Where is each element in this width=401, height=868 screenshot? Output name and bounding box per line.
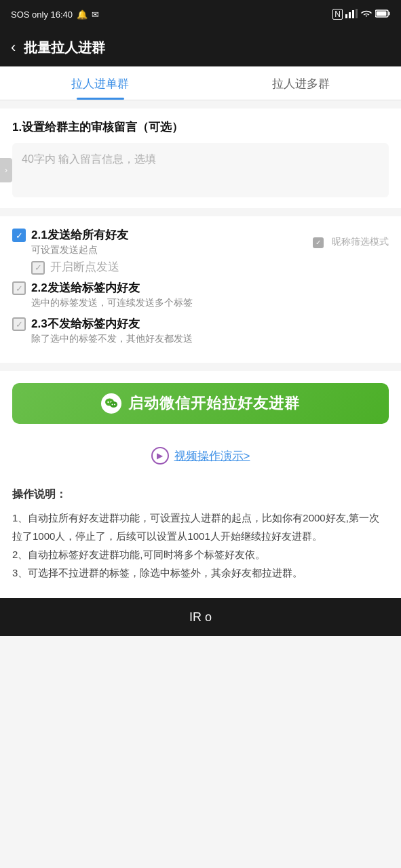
option-2-2-label: 2.2发送给标签内好友 [31, 280, 389, 296]
nfc-icon: N [332, 9, 343, 20]
instructions-section: 操作说明： 1、自动拉所有好友进群功能，可设置拉人进群的起点，比如你有2000好… [0, 475, 401, 598]
page-title: 批量拉人进群 [24, 39, 105, 57]
option-2-3-sublabel: 除了选中的标签不发，其他好友都发送 [31, 333, 389, 345]
bottom-bar: IR o [0, 598, 401, 636]
option-2-2-labels: 2.2发送给标签内好友 选中的标签发送，可连续发送多个标签 [31, 280, 389, 309]
svg-rect-5 [389, 12, 390, 15]
nav-bar: ‹ 批量拉人进群 [0, 28, 401, 66]
section-options: ✓ 2.1发送给所有好友 可设置发送起点 ✓ 昵称筛选模式 ✓ [0, 216, 401, 363]
option-2-3-label: 2.3不发给标签内好友 [31, 316, 389, 332]
video-link-row: ▶ 视频操作演示> [0, 436, 401, 475]
option-2-1-sublabel: 可设置发送起点 [31, 244, 313, 256]
status-left: SOS only 16:40 🔔 ✉ [11, 9, 99, 20]
collapse-button[interactable]: › [0, 158, 12, 182]
status-bar: SOS only 16:40 🔔 ✉ N [0, 0, 401, 28]
wifi-icon [360, 9, 373, 20]
option-2-3-group: ✓ 2.3不发给标签内好友 除了选中的标签不发，其他好友都发送 [12, 316, 389, 345]
svg-point-10 [110, 401, 117, 408]
option-2-1-row: ✓ 2.1发送给所有好友 可设置发送起点 ✓ 昵称筛选模式 [12, 227, 389, 256]
option-2-1-group: ✓ 2.1发送给所有好友 可设置发送起点 ✓ 昵称筛选模式 ✓ [12, 227, 389, 275]
instruction-line-2: 2、自动拉标签好友进群功能,可同时将多个标签好友依。 [12, 545, 389, 564]
option-2-3-checkbox[interactable]: ✓ [12, 317, 26, 331]
tab-multi-group[interactable]: 拉人进多群 [201, 66, 402, 100]
instruction-line-3: 3、可选择不拉进群的标签，除选中标签外，其余好友都拉进群。 [12, 564, 389, 582]
signal-bars-icon [345, 9, 358, 20]
message-input-wrapper: › 40字内 输入留言信息，选填 [12, 143, 389, 197]
breakpoint-label: 开启断点发送 [50, 259, 119, 275]
main-content: 1.设置给群主的审核留言（可选） › 40字内 输入留言信息，选填 ✓ 2.1发… [0, 108, 401, 598]
svg-point-8 [107, 401, 109, 403]
svg-rect-1 [349, 12, 351, 18]
svg-rect-2 [352, 10, 354, 18]
section-message: 1.设置给群主的审核留言（可选） › 40字内 输入留言信息，选填 [0, 108, 401, 208]
svg-point-12 [114, 404, 115, 406]
start-button-label: 启动微信开始拉好友进群 [128, 393, 300, 414]
email-icon: ✉ [92, 9, 99, 20]
instructions-body: 1、自动拉所有好友进群功能，可设置拉人进群的起点，比如你有2000好友,第一次拉… [12, 509, 389, 582]
start-button[interactable]: 启动微信开始拉好友进群 [12, 383, 389, 424]
wechat-icon [101, 393, 121, 414]
video-link[interactable]: 视频操作演示> [174, 448, 250, 464]
svg-rect-0 [345, 14, 347, 18]
svg-rect-6 [377, 11, 387, 16]
status-sos-time: SOS only 16:40 [11, 9, 73, 20]
bell-icon: 🔔 [77, 9, 88, 20]
nickname-filter-group: ✓ 昵称筛选模式 [313, 236, 389, 248]
tabs-container: 拉人进单群 拉人进多群 [0, 66, 401, 100]
option-2-1-checkbox[interactable]: ✓ [12, 229, 26, 242]
message-input-placeholder: 40字内 输入留言信息，选填 [22, 153, 156, 165]
instructions-title: 操作说明： [12, 488, 389, 502]
checkbox-check-icon: ✓ [16, 231, 23, 240]
back-button[interactable]: ‹ [11, 40, 16, 55]
video-play-icon: ▶ [151, 447, 169, 465]
nickname-filter-label: 昵称筛选模式 [332, 236, 389, 248]
option-2-2-group: ✓ 2.2发送给标签内好友 选中的标签发送，可连续发送多个标签 [12, 280, 389, 309]
option-2-3-labels: 2.3不发给标签内好友 除了选中的标签不发，其他好友都发送 [31, 316, 389, 345]
instruction-line-1: 1、自动拉所有好友进群功能，可设置拉人进群的起点，比如你有2000好友,第一次拉… [12, 509, 389, 545]
svg-point-11 [112, 404, 113, 406]
sub-option-breakpoint: ✓ 开启断点发送 [31, 259, 389, 275]
nickname-filter-checkbox[interactable]: ✓ [313, 237, 324, 248]
bottom-bar-text: IR o [189, 610, 212, 625]
action-section: 启动微信开始拉好友进群 [0, 371, 401, 436]
battery-icon [375, 9, 390, 20]
message-input-area[interactable]: 40字内 输入留言信息，选填 [12, 143, 389, 197]
option-2-1-label: 2.1发送给所有好友 [31, 227, 313, 243]
option-2-2-checkbox[interactable]: ✓ [12, 281, 26, 295]
tab-single-group[interactable]: 拉人进单群 [0, 66, 201, 100]
option-2-1-labels: 2.1发送给所有好友 可设置发送起点 [31, 227, 313, 256]
section1-title: 1.设置给群主的审核留言（可选） [12, 119, 389, 135]
breakpoint-checkbox[interactable]: ✓ [31, 261, 45, 275]
option-2-2-sublabel: 选中的标签发送，可连续发送多个标签 [31, 297, 389, 309]
option-2-1-left: ✓ 2.1发送给所有好友 可设置发送起点 [12, 227, 313, 256]
svg-rect-3 [356, 9, 358, 18]
status-right: N [332, 9, 390, 20]
